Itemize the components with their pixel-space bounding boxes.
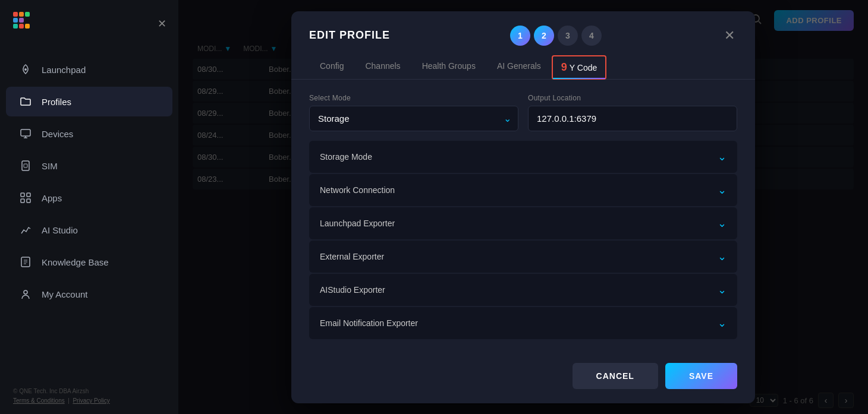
sidebar-item-ai-studio[interactable]: AI Studio (6, 215, 172, 245)
sim-icon (19, 159, 32, 172)
output-location-input[interactable] (528, 106, 737, 131)
svg-rect-14 (21, 193, 24, 197)
select-mode-select[interactable]: Storage Network Local (309, 106, 518, 131)
step-3-button[interactable]: 3 (558, 26, 578, 46)
output-location-label: Output Location (528, 94, 737, 102)
svg-rect-2 (25, 12, 30, 17)
cancel-button[interactable]: CANCEL (573, 363, 658, 389)
select-mode-label: Select Mode (309, 94, 518, 102)
modal-close-button[interactable]: ✕ (722, 26, 737, 46)
svg-rect-6 (19, 24, 24, 29)
sidebar-item-knowledge-base[interactable]: Knowledge Base (6, 247, 172, 277)
modal-overlay: EDIT PROFILE 1 2 3 4 ✕ Config Channels H… (178, 0, 868, 414)
tab-ai-generals[interactable]: AI Generals (486, 55, 552, 79)
accordion-storage-mode: Storage Mode ⌄ (309, 141, 737, 173)
terms-link[interactable]: Terms & Conditions (13, 397, 65, 404)
accordion-aistudio-exporter-header[interactable]: AIStudio Exporter ⌄ (309, 274, 737, 306)
select-mode-wrapper: Storage Network Local ⌄ (309, 106, 518, 131)
accordion-launchpad-exporter-header[interactable]: Launchpad Exporter ⌄ (309, 207, 737, 239)
select-mode-group: Select Mode Storage Network Local ⌄ (309, 94, 518, 131)
svg-rect-12 (22, 161, 29, 170)
accordion-external-exporter: External Exporter ⌄ (309, 241, 737, 273)
step-1-button[interactable]: 1 (510, 26, 530, 46)
accordion-email-notification: Email Notification Exporter ⌄ (309, 307, 737, 339)
sidebar-item-ai-studio-label: AI Studio (42, 225, 78, 235)
svg-rect-15 (27, 193, 30, 197)
sidebar-nav: Launchpad Profiles Devices (0, 48, 178, 378)
accordion-chevron-icon: ⌄ (718, 184, 727, 197)
accordion-network-connection: Network Connection ⌄ (309, 174, 737, 206)
modal-body: Select Mode Storage Network Local ⌄ O (291, 80, 755, 353)
book-icon (19, 255, 32, 268)
sidebar-logo-area: ✕ (0, 0, 178, 48)
accordion-list: Storage Mode ⌄ Network Connection ⌄ Laun… (309, 141, 737, 339)
tab-badge: 9 (561, 61, 567, 73)
monitor-icon (19, 127, 32, 140)
sidebar-item-my-account[interactable]: My Account (6, 279, 172, 309)
main-area: ADD PROFILE MODI... ▼ MODI... ▼ 08/30...… (178, 0, 868, 414)
modal-footer: CANCEL SAVE (291, 353, 755, 403)
form-row-top: Select Mode Storage Network Local ⌄ O (309, 94, 737, 131)
svg-rect-5 (13, 24, 18, 29)
sidebar-item-sim-label: SIM (42, 161, 58, 171)
sidebar-footer: © QNE Tech. Inc DBA Airzsh Terms & Condi… (0, 378, 178, 414)
app-logo (12, 11, 38, 37)
tab-channels[interactable]: Channels (354, 55, 411, 79)
save-button[interactable]: SAVE (665, 363, 737, 389)
sidebar-item-devices-label: Devices (42, 129, 73, 139)
accordion-external-exporter-header[interactable]: External Exporter ⌄ (309, 241, 737, 273)
accordion-chevron-icon: ⌄ (718, 150, 727, 163)
modal-title: EDIT PROFILE (309, 29, 390, 42)
folder-icon (19, 95, 32, 108)
chart-icon (19, 223, 32, 236)
svg-rect-0 (13, 12, 18, 17)
modal-steps: 1 2 3 4 (510, 26, 602, 46)
sidebar: ✕ Launchpad Profiles (0, 0, 178, 414)
sidebar-item-devices[interactable]: Devices (6, 119, 172, 148)
sidebar-item-launchpad-label: Launchpad (42, 65, 86, 75)
svg-point-22 (24, 290, 27, 294)
svg-point-8 (24, 68, 27, 71)
edit-profile-modal: EDIT PROFILE 1 2 3 4 ✕ Config Channels H… (291, 11, 755, 403)
sidebar-item-apps[interactable]: Apps (6, 183, 172, 213)
modal-tabs: Config Channels Health Groups AI General… (291, 46, 755, 80)
sidebar-item-apps-label: Apps (42, 193, 62, 203)
accordion-chevron-icon: ⌄ (718, 217, 727, 230)
svg-rect-1 (19, 12, 24, 17)
svg-rect-4 (19, 18, 24, 23)
tab-y-code[interactable]: 9Y Code (552, 55, 606, 80)
tab-health-groups[interactable]: Health Groups (411, 55, 486, 79)
sidebar-item-profiles-label: Profiles (42, 97, 71, 107)
svg-rect-16 (21, 199, 24, 203)
output-location-group: Output Location (528, 94, 737, 131)
svg-rect-17 (27, 199, 30, 203)
step-2-button[interactable]: 2 (534, 26, 554, 46)
user-icon (19, 287, 32, 301)
accordion-chevron-icon: ⌄ (718, 283, 727, 296)
accordion-storage-mode-header[interactable]: Storage Mode ⌄ (309, 141, 737, 173)
svg-rect-7 (25, 24, 30, 29)
accordion-chevron-icon: ⌄ (718, 317, 727, 330)
privacy-link[interactable]: Privacy Policy (73, 397, 109, 404)
apps-icon (19, 191, 32, 204)
sidebar-item-profiles[interactable]: Profiles (6, 87, 172, 116)
accordion-email-notification-header[interactable]: Email Notification Exporter ⌄ (309, 307, 737, 339)
tab-config[interactable]: Config (309, 55, 354, 79)
svg-rect-3 (13, 18, 18, 23)
accordion-launchpad-exporter: Launchpad Exporter ⌄ (309, 207, 737, 239)
sidebar-item-my-account-label: My Account (42, 289, 88, 299)
close-sidebar-icon[interactable]: ✕ (158, 17, 166, 30)
sidebar-item-launchpad[interactable]: Launchpad (6, 55, 172, 84)
svg-rect-9 (21, 129, 30, 136)
accordion-aistudio-exporter: AIStudio Exporter ⌄ (309, 274, 737, 306)
accordion-network-connection-header[interactable]: Network Connection ⌄ (309, 174, 737, 206)
svg-rect-13 (24, 164, 27, 168)
sidebar-item-knowledge-base-label: Knowledge Base (42, 257, 109, 267)
rocket-icon (19, 63, 32, 76)
step-4-button[interactable]: 4 (581, 26, 602, 46)
accordion-chevron-icon: ⌄ (718, 250, 727, 263)
modal-header: EDIT PROFILE 1 2 3 4 ✕ (291, 11, 755, 46)
sidebar-item-sim[interactable]: SIM (6, 151, 172, 181)
